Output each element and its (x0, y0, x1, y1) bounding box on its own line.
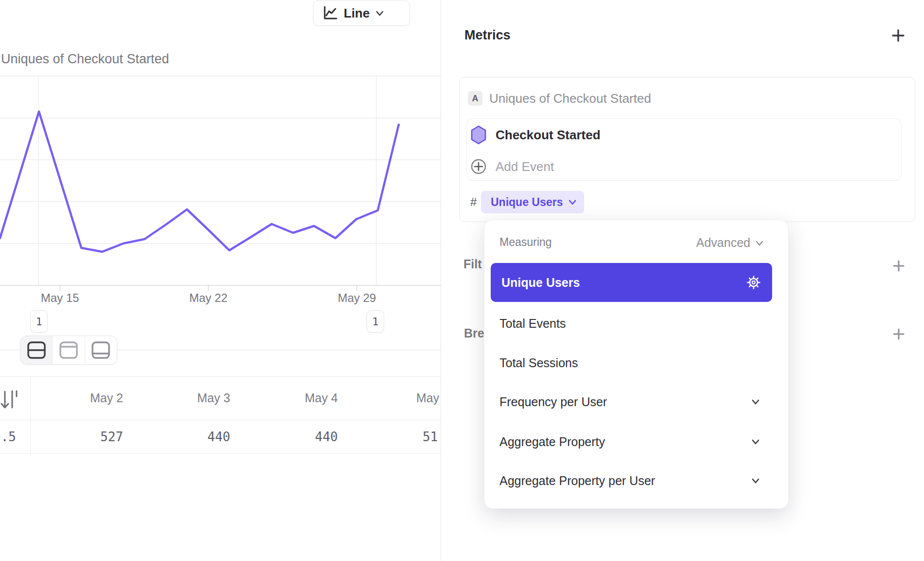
annotation-badge[interactable]: 1 (367, 310, 384, 333)
breakdowns-section-label: Bre (464, 326, 484, 340)
measure-hash-symbol: # (470, 195, 477, 209)
dropdown-item-aggregate-property-per-user[interactable]: Aggregate Property per User (491, 461, 772, 500)
bottom-bar-icon (91, 340, 111, 360)
chart-type-button[interactable]: Line (313, 0, 410, 26)
hexagon-event-icon (470, 125, 487, 145)
chart-title: Uniques of Checkout Started (1, 52, 169, 67)
chevron-down-icon (754, 238, 765, 248)
measure-selector-chip[interactable]: Unique Users (481, 191, 584, 213)
pane-divider (441, 0, 441, 561)
filters-section-label: Filt (463, 257, 482, 271)
table-header-cell[interactable]: May (416, 376, 441, 420)
item-label: Total Events (499, 317, 566, 331)
x-axis-label: May 15 (41, 291, 79, 305)
table-cell: 51 (423, 420, 441, 453)
table-header-cell[interactable]: May 3 (123, 376, 230, 420)
dropdown-item-frequency-per-user[interactable]: Frequency per User (491, 382, 772, 421)
add-event-label: Add Event (496, 159, 554, 174)
add-filter-button[interactable] (891, 258, 906, 274)
analytics-app: Line Uniques of Checkout Started (0, 0, 924, 561)
item-label: Total Sessions (499, 356, 578, 370)
add-metric-button[interactable] (890, 28, 906, 43)
dropdown-item-unique-users-selected[interactable]: Unique Users (491, 263, 772, 302)
measure-chip-label: Unique Users (491, 196, 563, 209)
table-cell: 440 (123, 420, 230, 453)
add-event-button[interactable]: Add Event (470, 156, 898, 177)
chevron-down-icon (750, 475, 761, 486)
chevron-down-icon (750, 396, 761, 408)
table-cell: 440 (231, 420, 338, 453)
metrics-section-title: Metrics (464, 28, 511, 43)
split-view-icon (26, 340, 47, 360)
layout-toggle-group (20, 336, 117, 365)
item-label: Aggregate Property (499, 435, 605, 449)
chart-series-line (0, 112, 399, 252)
item-label: Aggregate Property per User (499, 474, 655, 488)
circle-plus-icon (470, 158, 487, 175)
metric-letter-badge: A (468, 91, 482, 106)
advanced-toggle[interactable]: Advanced (696, 236, 778, 250)
x-axis-label: May 29 (338, 291, 376, 305)
table-row-border (0, 453, 441, 454)
chevron-down-icon (374, 8, 385, 19)
chevron-down-icon (568, 197, 577, 207)
table-header-cell[interactable]: May 4 (231, 376, 338, 420)
add-breakdown-button[interactable] (891, 326, 906, 342)
line-chart-icon (321, 4, 339, 22)
gear-icon[interactable] (746, 275, 761, 290)
layout-table-only-button[interactable] (85, 336, 117, 364)
table-header-cell[interactable]: May 2 (16, 376, 123, 420)
advanced-label: Advanced (696, 236, 750, 250)
metric-card-title[interactable]: Uniques of Checkout Started (489, 91, 651, 106)
dropdown-item-total-events[interactable]: Total Events (491, 304, 772, 343)
annotation-badge[interactable]: 1 (30, 310, 48, 333)
chart-pane: Line Uniques of Checkout Started (0, 0, 441, 561)
dropdown-item-total-sessions[interactable]: Total Sessions (491, 343, 772, 382)
top-bar-icon (58, 340, 79, 360)
item-label: Frequency per User (499, 395, 607, 409)
event-name: Checkout Started (496, 128, 600, 143)
layout-split-button[interactable] (20, 336, 52, 364)
measuring-label: Measuring (499, 236, 552, 249)
x-axis-label: May 22 (189, 291, 228, 305)
event-row-checkout-started[interactable]: Checkout Started (470, 124, 898, 146)
chart-type-label: Line (344, 6, 370, 21)
dropdown-item-aggregate-property[interactable]: Aggregate Property (491, 422, 772, 461)
selected-item-label: Unique Users (501, 276, 580, 290)
layout-chart-only-button[interactable] (52, 336, 84, 364)
chevron-down-icon (750, 436, 761, 448)
table-cell: 527 (16, 420, 123, 453)
line-chart[interactable] (0, 68, 441, 297)
